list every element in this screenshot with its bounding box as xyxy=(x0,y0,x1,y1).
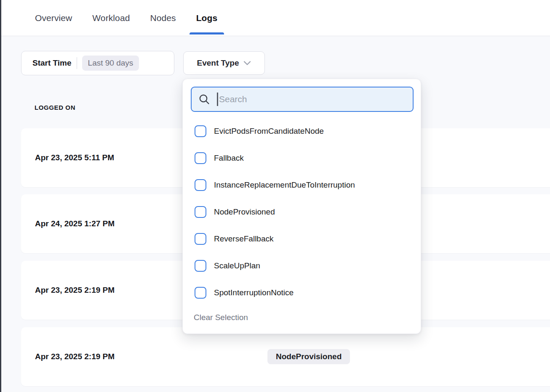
option-spotinterruptionnotice[interactable]: SpotInterruptionNotice xyxy=(183,279,421,306)
event-type-label: Event Type xyxy=(197,58,239,68)
logged-on-cell: Apr 23, 2025 2:19 PM xyxy=(35,286,115,295)
checkbox[interactable] xyxy=(195,206,206,218)
start-time-label: Start Time xyxy=(32,58,72,68)
event-type-filter[interactable]: Event Type xyxy=(183,51,265,75)
logged-on-cell: Apr 23, 2025 2:19 PM xyxy=(35,352,115,361)
checkbox[interactable] xyxy=(195,287,206,299)
event-type-badge: NodeProvisioned xyxy=(267,349,350,364)
text-cursor xyxy=(217,93,218,106)
event-type-dropdown: Search EvictPodsFromCandidateNode Fallba… xyxy=(182,79,421,334)
start-time-filter[interactable]: Start Time Last 90 days xyxy=(21,51,174,75)
checkbox[interactable] xyxy=(195,179,206,191)
logged-on-cell: Apr 23, 2025 5:11 PM xyxy=(35,153,114,162)
checkbox[interactable] xyxy=(195,125,206,137)
event-type-options: EvictPodsFromCandidateNode Fallback Inst… xyxy=(183,118,421,306)
option-label: ReverseFallback xyxy=(214,234,274,244)
option-instancereplacementduetointerruption[interactable]: InstanceReplacementDueToInterruption xyxy=(183,172,421,199)
chevron-down-icon xyxy=(243,61,251,66)
checkbox[interactable] xyxy=(195,260,206,272)
search-input[interactable]: Search xyxy=(191,87,414,112)
checkbox[interactable] xyxy=(195,233,206,245)
logged-on-cell: Apr 24, 2025 1:27 PM xyxy=(35,219,115,228)
option-evictpodsfromcandidatenode[interactable]: EvictPodsFromCandidateNode xyxy=(183,118,421,145)
tabs: Overview Workload Nodes Logs xyxy=(28,0,224,36)
tab-overview[interactable]: Overview xyxy=(28,0,79,36)
table-row[interactable]: Apr 23, 2025 2:19 PM NodeProvisioned xyxy=(21,327,550,386)
option-nodeprovisioned[interactable]: NodeProvisioned xyxy=(183,199,421,225)
clear-selection-button[interactable]: Clear Selection xyxy=(194,313,248,322)
option-label: SpotInterruptionNotice xyxy=(214,288,294,297)
start-time-value[interactable]: Last 90 days xyxy=(82,56,139,71)
option-label: NodeProvisioned xyxy=(214,207,275,217)
search-placeholder: Search xyxy=(219,94,247,104)
tab-nodes[interactable]: Nodes xyxy=(143,0,182,36)
option-label: EvictPodsFromCandidateNode xyxy=(214,127,324,136)
option-reversefallback[interactable]: ReverseFallback xyxy=(183,225,421,252)
column-header-logged-on: LOGGED ON xyxy=(35,104,75,111)
option-label: ScaleUpPlan xyxy=(214,261,260,270)
logs-page: Overview Workload Nodes Logs Start Time … xyxy=(0,0,550,392)
search-icon xyxy=(198,93,210,105)
sidebar-edge xyxy=(0,0,1,392)
tab-workload[interactable]: Workload xyxy=(85,0,136,36)
option-scaleupplan[interactable]: ScaleUpPlan xyxy=(183,252,421,279)
checkbox[interactable] xyxy=(195,152,206,164)
option-label: Fallback xyxy=(214,154,244,163)
option-label: InstanceReplacementDueToInterruption xyxy=(214,180,355,190)
tab-logs[interactable]: Logs xyxy=(190,0,224,36)
option-fallback[interactable]: Fallback xyxy=(183,145,421,172)
tab-bar: Overview Workload Nodes Logs xyxy=(0,0,550,36)
filter-divider xyxy=(77,57,77,69)
